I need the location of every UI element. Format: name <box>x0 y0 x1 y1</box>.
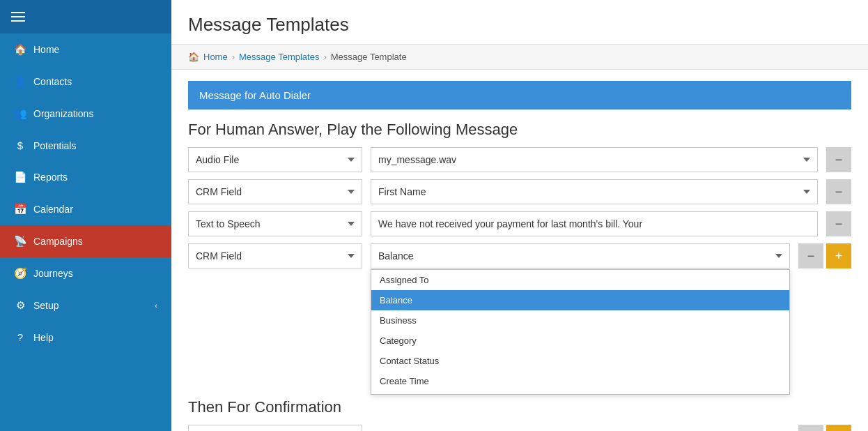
sidebar-item-label: Campaigns <box>33 236 83 247</box>
dropdown-item-created-by[interactable]: Created By <box>371 391 789 395</box>
breadcrumb-level3: Message Template <box>331 52 407 62</box>
sidebar-item-home[interactable]: 🏠 Home <box>0 33 171 66</box>
sidebar-item-label: Contacts <box>33 76 72 87</box>
confirmation-btn-group: − + <box>798 425 851 431</box>
row4-left-select[interactable]: Audio File CRM Field Text to Speech <box>188 243 362 269</box>
calendar-icon: 📅 <box>14 203 26 216</box>
row3-left-select[interactable]: Audio File CRM Field Text to Speech <box>188 211 362 236</box>
breadcrumb-level2-link[interactable]: Message Templates <box>239 52 319 62</box>
breadcrumb-home-icon: 🏠 <box>188 52 199 62</box>
sidebar: 🏠 Home 👤 Contacts 👥 Organizations $ Pote… <box>0 0 171 431</box>
contacts-icon: 👤 <box>14 75 26 88</box>
dropdown-item-create-time[interactable]: Create Time <box>371 371 789 391</box>
row2-right-select-wrapper: First Name Last Name Email Balance <box>371 179 818 204</box>
confirmation-minus-button[interactable]: − <box>798 425 823 431</box>
organizations-icon: 👥 <box>14 107 26 120</box>
confirmation-left-select-wrapper: If press 1 If press 2 If press 3 <box>188 425 362 431</box>
row2-left-select[interactable]: Audio File CRM Field Text to Speech <box>188 179 362 204</box>
form-row-2: Audio File CRM Field Text to Speech Firs… <box>188 179 851 204</box>
row4-dropdown-open: Assigned To Balance Business Category Co… <box>371 269 790 395</box>
dropdown-item-contact-status[interactable]: Contact Status <box>371 351 789 371</box>
dropdown-item-business[interactable]: Business <box>371 310 789 331</box>
sidebar-item-organizations[interactable]: 👥 Organizations <box>0 98 171 130</box>
sidebar-item-help[interactable]: ? Help <box>0 322 171 353</box>
row4-left-select-wrapper: Audio File CRM Field Text to Speech <box>188 243 362 269</box>
row4-dropdown-container: Assigned To Balance Business Category Co… <box>371 243 790 269</box>
row1-right-select-wrapper: my_message.wav message2.wav <box>371 147 818 172</box>
row1-minus-button[interactable]: − <box>826 147 851 172</box>
campaigns-icon: 📡 <box>14 235 26 248</box>
page-title: Message Templates <box>188 14 851 36</box>
sidebar-item-label: Calendar <box>33 204 73 215</box>
main-content: Message Templates 🏠 Home › Message Templ… <box>171 0 868 431</box>
content-area: Message for Auto Dialer For Human Answer… <box>171 70 868 431</box>
hamburger-icon[interactable] <box>11 12 25 22</box>
row2-minus-button[interactable]: − <box>826 179 851 204</box>
row4-minus-button[interactable]: − <box>798 243 823 269</box>
sidebar-item-setup[interactable]: ⚙ Setup ‹ <box>0 289 171 322</box>
dropdown-item-balance[interactable]: Balance <box>371 290 789 310</box>
section-header: Message for Auto Dialer <box>188 81 851 109</box>
sidebar-item-calendar[interactable]: 📅 Calendar <box>0 193 171 225</box>
sidebar-item-label: Home <box>33 44 59 55</box>
sidebar-item-label: Organizations <box>33 108 93 119</box>
sidebar-item-label: Setup <box>33 300 59 311</box>
breadcrumb-home-link[interactable]: Home <box>203 52 228 62</box>
row4-btn-group: − + <box>798 243 851 269</box>
page-title-bar: Message Templates <box>171 0 868 45</box>
setup-icon: ⚙ <box>14 299 26 312</box>
row3-text-input[interactable] <box>371 211 818 236</box>
row1-left-select-wrapper: Audio File CRM Field Text to Speech <box>188 147 362 172</box>
journeys-icon: 🧭 <box>14 267 26 280</box>
row2-left-select-wrapper: Audio File CRM Field Text to Speech <box>188 179 362 204</box>
form-row-3: Audio File CRM Field Text to Speech − <box>188 211 851 236</box>
sidebar-item-potentials[interactable]: $ Potentials <box>0 130 171 161</box>
potentials-icon: $ <box>14 139 26 151</box>
home-icon: 🏠 <box>14 43 26 56</box>
sidebar-item-label: Journeys <box>33 268 73 279</box>
setup-chevron: ‹ <box>155 301 157 310</box>
confirmation-left-select[interactable]: If press 1 If press 2 If press 3 <box>188 425 362 431</box>
sidebar-item-journeys[interactable]: 🧭 Journeys <box>0 257 171 289</box>
sidebar-item-label: Potentials <box>33 140 76 151</box>
help-icon: ? <box>14 331 26 343</box>
row1-left-select[interactable]: Audio File CRM Field Text to Speech <box>188 147 362 172</box>
sidebar-item-contacts[interactable]: 👤 Contacts <box>0 66 171 98</box>
row1-right-select[interactable]: my_message.wav message2.wav <box>371 147 818 172</box>
breadcrumb-sep2: › <box>323 52 326 62</box>
row3-left-select-wrapper: Audio File CRM Field Text to Speech <box>188 211 362 236</box>
row3-right-input-wrapper <box>371 211 818 236</box>
reports-icon: 📄 <box>14 171 26 183</box>
sidebar-item-reports[interactable]: 📄 Reports <box>0 161 171 193</box>
sidebar-header <box>0 0 171 33</box>
row4-right-select[interactable]: Assigned To Balance Business Category Co… <box>371 243 790 269</box>
breadcrumb-sep1: › <box>232 52 235 62</box>
sidebar-item-campaigns[interactable]: 📡 Campaigns <box>0 225 171 257</box>
confirmation-row: If press 1 If press 2 If press 3 − + <box>188 425 851 431</box>
row2-right-select[interactable]: First Name Last Name Email Balance <box>371 179 818 204</box>
form-row-1: Audio File CRM Field Text to Speech my_m… <box>188 147 851 172</box>
dropdown-item-category[interactable]: Category <box>371 331 789 351</box>
human-answer-title: For Human Answer, Play the Following Mes… <box>188 109 851 147</box>
row4-plus-button[interactable]: + <box>826 243 851 269</box>
dropdown-item-assigned-to[interactable]: Assigned To <box>371 270 789 290</box>
sidebar-item-label: Help <box>33 332 54 343</box>
row3-minus-button[interactable]: − <box>826 211 851 236</box>
form-row-4: Audio File CRM Field Text to Speech Assi… <box>188 243 851 269</box>
confirmation-plus-button[interactable]: + <box>826 425 851 431</box>
sidebar-item-label: Reports <box>33 172 68 183</box>
breadcrumb: 🏠 Home › Message Templates › Message Tem… <box>171 45 868 70</box>
